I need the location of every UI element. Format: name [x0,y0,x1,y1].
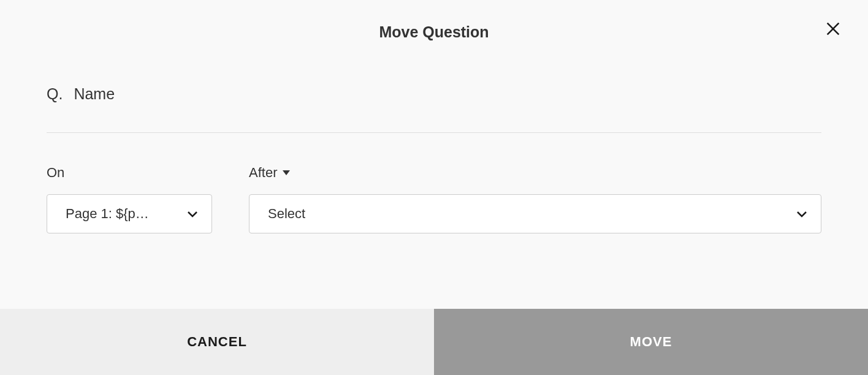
on-select-value: Page 1: ${p… [66,206,177,222]
chevron-down-icon [796,210,807,218]
move-button[interactable]: MOVE [434,309,868,375]
dialog-content: Q. Name On Page 1: ${p… After Sele [0,41,868,233]
question-prefix: Q. [47,85,63,103]
after-label[interactable]: After [249,165,291,181]
question-name: Name [74,85,115,103]
chevron-down-icon [187,210,198,218]
after-select-value: Select [268,206,786,222]
on-select[interactable]: Page 1: ${p… [47,194,212,233]
question-row: Q. Name [47,85,821,133]
caret-down-icon [282,170,291,176]
cancel-button[interactable]: CANCEL [0,309,434,375]
on-label: On [47,165,64,181]
dialog-header: Move Question [0,0,868,41]
on-label-text: On [47,165,64,181]
after-field-group: After Select [249,165,821,233]
on-field-group: On Page 1: ${p… [47,165,212,233]
after-select[interactable]: Select [249,194,821,233]
after-label-text: After [249,165,277,181]
svg-marker-2 [283,170,290,175]
close-button[interactable] [824,20,842,38]
close-icon [824,20,842,37]
form-row: On Page 1: ${p… After Select [47,133,821,233]
dialog-title: Move Question [0,23,868,41]
button-bar: CANCEL MOVE [0,309,868,375]
